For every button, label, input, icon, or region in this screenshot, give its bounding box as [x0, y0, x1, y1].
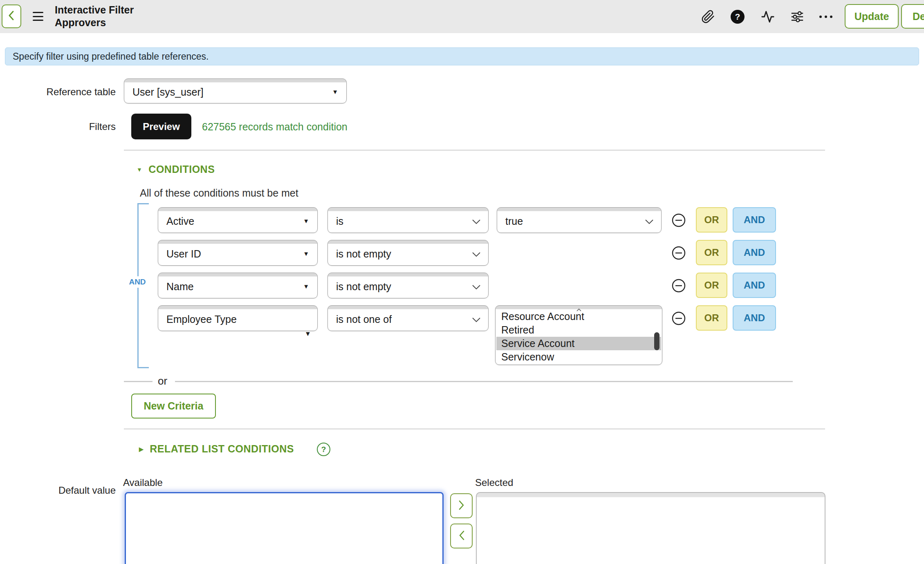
reference-table-value: User [sys_user]: [132, 86, 204, 98]
remove-condition-icon[interactable]: [671, 278, 686, 293]
conditions-section-label: CONDITIONS: [148, 163, 215, 175]
condition-field-value: Name: [166, 281, 194, 293]
or-button[interactable]: OR: [696, 273, 727, 298]
or-divider-line: [175, 381, 793, 382]
chevron-down-icon: ▼: [303, 217, 309, 224]
new-criteria-button[interactable]: New Criteria: [131, 394, 216, 419]
conditions-subtitle: All of these conditions must be met: [140, 187, 298, 199]
chevron-down-icon: ▼: [303, 250, 309, 257]
conditions-section-toggle[interactable]: ▼ CONDITIONS: [137, 163, 215, 175]
multiselect-option[interactable]: Resource Account: [496, 310, 661, 323]
chevron-down-icon[interactable]: ▼: [305, 330, 311, 338]
condition-group-bracket-top: [137, 203, 149, 204]
section-divider: [124, 150, 825, 151]
move-left-button[interactable]: [450, 524, 473, 548]
chevron-down-icon: [472, 313, 481, 325]
help-icon[interactable]: ?: [729, 9, 746, 25]
back-button[interactable]: [2, 4, 21, 28]
selected-label: Selected: [475, 477, 513, 488]
or-button[interactable]: OR: [696, 305, 727, 331]
sliders-icon[interactable]: [789, 9, 805, 25]
chevron-down-icon: [472, 247, 481, 259]
multiselect-option[interactable]: Retired: [496, 323, 661, 337]
condition-value-value: true: [505, 215, 523, 227]
related-list-section-label: RELATED LIST CONDITIONS: [150, 443, 294, 455]
related-list-section-toggle[interactable]: ▶ RELATED LIST CONDITIONS: [139, 443, 294, 455]
help-glyph: ?: [321, 445, 326, 454]
filters-label: Filters: [25, 121, 116, 132]
condition-field-value: User ID: [166, 248, 201, 260]
menu-icon[interactable]: [33, 12, 43, 21]
condition-operator-value: is not one of: [336, 313, 392, 325]
page-title: Interactive Filter Approvers: [55, 4, 134, 29]
caret-right-icon: ▶: [139, 446, 144, 452]
available-label: Available: [123, 477, 163, 488]
remove-condition-icon[interactable]: [671, 311, 686, 326]
reference-table-label: Reference table: [25, 86, 116, 98]
multiselect-option-highlighted[interactable]: Service Account: [496, 337, 661, 350]
section-divider: [124, 428, 825, 430]
condition-operator-value: is not empty: [336, 281, 391, 293]
chevron-right-icon: [458, 500, 465, 512]
condition-operator-value: is not empty: [336, 248, 391, 260]
help-glyph: ?: [731, 10, 745, 24]
condition-operator-value: is: [336, 215, 343, 227]
chevron-down-icon: [645, 215, 654, 226]
condition-field-value: Employee Type: [166, 313, 237, 325]
condition-operator-select[interactable]: is: [327, 207, 489, 233]
more-icon[interactable]: [818, 9, 834, 25]
caret-down-icon: ▼: [137, 166, 142, 173]
info-banner-text: Specify filter using predefined table re…: [13, 51, 209, 62]
move-right-button[interactable]: [450, 493, 473, 518]
default-value-label: Default value: [25, 485, 116, 496]
paperclip-icon[interactable]: [700, 9, 716, 25]
condition-operator-select[interactable]: is not one of: [327, 305, 489, 331]
delete-button[interactable]: De: [901, 4, 924, 29]
chevron-down-icon: ▼: [332, 88, 338, 95]
or-button[interactable]: OR: [696, 207, 727, 233]
remove-condition-icon[interactable]: [671, 213, 686, 228]
activity-icon[interactable]: [760, 9, 776, 25]
condition-field-select[interactable]: Name ▼: [158, 273, 318, 298]
interactive-filter-page: { "colors": { "brand_green": "#5f9728", …: [0, 0, 924, 564]
condition-operator-select[interactable]: is not empty: [327, 273, 489, 298]
chevron-left-icon: [458, 530, 465, 542]
condition-value-select[interactable]: true: [497, 207, 662, 233]
records-match-link[interactable]: 627565 records match condition: [202, 121, 348, 133]
group-operator-label: AND: [123, 276, 151, 288]
and-button[interactable]: AND: [733, 273, 776, 298]
or-divider-line: [124, 381, 153, 382]
header-bar: Interactive Filter Approvers ? Update De: [0, 0, 924, 33]
or-button[interactable]: OR: [696, 240, 727, 265]
and-button[interactable]: AND: [733, 305, 776, 331]
info-banner: Specify filter using predefined table re…: [5, 47, 919, 65]
reference-table-select[interactable]: User [sys_user] ▼: [124, 78, 347, 103]
condition-value-multiselect[interactable]: Resource Account Retired Service Account…: [495, 305, 662, 365]
page-title-line1: Interactive Filter: [55, 4, 134, 16]
condition-field-select[interactable]: Active ▼: [158, 207, 318, 233]
remove-condition-icon[interactable]: [671, 246, 686, 260]
condition-field-select[interactable]: User ID ▼: [158, 240, 318, 266]
and-button[interactable]: AND: [733, 207, 776, 233]
page-title-line2: Approvers: [55, 16, 134, 29]
condition-group-bracket-bottom: [137, 367, 149, 368]
and-button[interactable]: AND: [733, 240, 776, 265]
selected-listbox[interactable]: [476, 492, 825, 564]
available-listbox[interactable]: [125, 492, 444, 564]
condition-operator-select[interactable]: is not empty: [327, 240, 489, 266]
chevron-down-icon: [472, 280, 481, 292]
multiselect-options: Resource Account Retired Service Account…: [496, 310, 661, 363]
scrollbar-thumb[interactable]: [654, 332, 659, 350]
chevron-left-icon: [7, 10, 16, 23]
multiselect-option[interactable]: Servicenow: [496, 350, 661, 363]
preview-button[interactable]: Preview: [131, 114, 191, 139]
update-button[interactable]: Update: [845, 4, 899, 29]
or-divider-label: or: [158, 375, 167, 387]
chevron-down-icon: [472, 215, 481, 226]
condition-field-value: Active: [166, 215, 194, 227]
related-list-help-icon[interactable]: ?: [317, 443, 330, 456]
chevron-down-icon: ▼: [303, 282, 309, 289]
condition-field-select[interactable]: Employee Type: [158, 305, 318, 331]
